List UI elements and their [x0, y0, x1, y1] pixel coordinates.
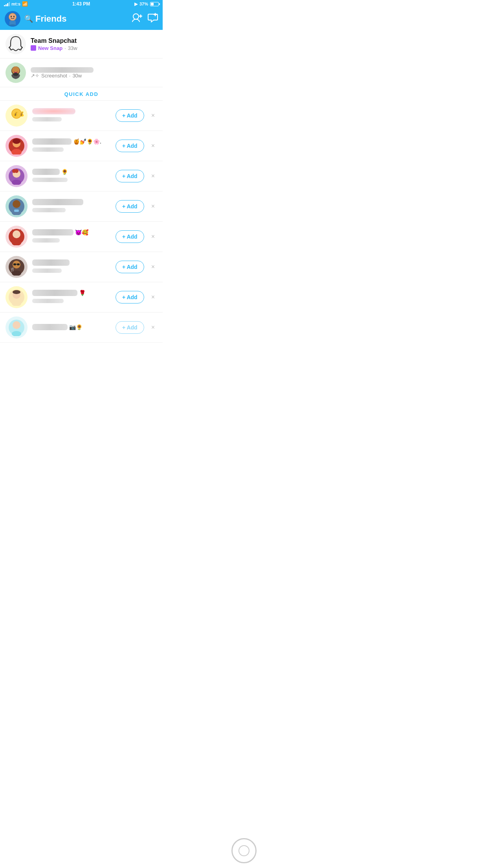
- qa-emojis-5: 😈🥰: [75, 229, 88, 235]
- svg-point-3: [13, 16, 15, 17]
- svg-point-50: [13, 321, 20, 329]
- qa-bitmoji-5: [8, 228, 25, 245]
- qa-dismiss-button-1[interactable]: ×: [149, 110, 157, 121]
- quick-add-item-8: 📷🌻 + Add ×: [0, 313, 163, 343]
- friend-2-bitmoji: [8, 65, 24, 81]
- quick-add-item-1: 💰💰 + Add ×: [0, 101, 163, 131]
- quick-add-item-5: 😈🥰 + Add ×: [0, 222, 163, 252]
- svg-point-48: [13, 290, 20, 294]
- qa-dismiss-button-3[interactable]: ×: [149, 171, 157, 181]
- quick-add-header: QUICK ADD: [0, 87, 163, 101]
- qa-add-button-1[interactable]: + Add: [116, 109, 144, 122]
- qa-add-button-3[interactable]: + Add: [116, 170, 144, 182]
- time-label: 1:43 PM: [72, 1, 90, 7]
- location-icon: ▶: [134, 2, 138, 7]
- qa-name-3-blurred: [32, 169, 60, 175]
- qa-add-button-8[interactable]: + Add: [116, 321, 144, 334]
- add-friend-button[interactable]: [132, 13, 142, 24]
- qa-emojis-3: 🌻: [61, 169, 68, 175]
- qa-emojis-2: 🍯💅🌻🌸.: [73, 138, 101, 145]
- qa-add-button-5[interactable]: + Add: [116, 230, 144, 243]
- svg-text:💰💰: 💰💰: [13, 111, 24, 117]
- team-snapchat-info: Team Snapchat New Snap · 33w: [31, 37, 157, 51]
- screenshot-icon: ↗✧: [31, 73, 39, 79]
- svg-point-22: [13, 138, 20, 144]
- qa-add-button-7[interactable]: + Add: [116, 291, 144, 303]
- friend-2-dot: ·: [69, 73, 71, 79]
- qa-name-row-7: 🌹: [32, 290, 111, 296]
- friend-2-sub: ↗✧ Screenshot · 30w: [31, 73, 157, 79]
- team-snapchat-name: Team Snapchat: [31, 37, 157, 44]
- qa-bitmoji-7: [8, 289, 25, 306]
- quick-add-item-6: 🍴 + Add ×: [0, 252, 163, 282]
- user-avatar[interactable]: [5, 11, 20, 27]
- quick-add-item-4: + Add ×: [0, 191, 163, 222]
- qa-bitmoji-4: [8, 198, 25, 215]
- svg-rect-31: [14, 210, 19, 212]
- qa-name-1-blurred: [32, 108, 75, 114]
- qa-sub-5-blurred: [32, 238, 60, 243]
- qa-dismiss-button-7[interactable]: ×: [149, 292, 157, 302]
- svg-point-2: [11, 16, 12, 17]
- header-actions: [132, 13, 158, 25]
- status-right: ▶ 37%: [134, 2, 159, 7]
- qa-add-button-6[interactable]: + Add: [116, 261, 144, 273]
- qa-add-button-2[interactable]: + Add: [116, 140, 144, 152]
- qa-name-8-blurred: [32, 324, 68, 330]
- status-left: mt:s 📶: [4, 1, 28, 7]
- qa-dismiss-button-4[interactable]: ×: [149, 201, 157, 211]
- qa-name-row-4: [32, 199, 111, 205]
- qa-name-5-blurred: [32, 229, 73, 235]
- svg-point-6: [133, 14, 139, 19]
- qa-avatar-7: [6, 286, 28, 308]
- qa-avatar-6: 🍴: [6, 256, 28, 278]
- qa-bitmoji-8: [8, 319, 25, 336]
- qa-info-4: [32, 199, 111, 214]
- qa-dismiss-button-6[interactable]: ×: [149, 262, 157, 272]
- qa-sub-1-blurred: [32, 117, 62, 121]
- ghost-icon: [8, 36, 23, 52]
- qa-info-7: 🌹: [32, 290, 111, 305]
- qa-name-row-6: [32, 259, 111, 266]
- qa-name-row-1: [32, 108, 111, 114]
- signal-bars: [4, 2, 10, 6]
- qa-info-1: [32, 108, 111, 123]
- qa-info-2: 🍯💅🌻🌸.: [32, 138, 111, 153]
- qa-info-5: 😈🥰: [32, 229, 111, 244]
- qa-bitmoji-6: 🍴: [8, 258, 25, 276]
- qa-bitmoji-3: [8, 167, 25, 185]
- team-snapchat-sub: New Snap · 33w: [31, 45, 157, 51]
- new-snap-time: 33w: [68, 45, 77, 51]
- qa-avatar-1: 💰💰: [6, 105, 28, 127]
- friend-2-row[interactable]: ↗✧ Screenshot · 30w: [0, 59, 163, 87]
- screenshot-label: Screenshot: [41, 73, 67, 79]
- friend-2-name-blurred: [31, 67, 94, 73]
- qa-dismiss-button-5[interactable]: ×: [149, 232, 157, 242]
- svg-point-1: [9, 13, 16, 20]
- qa-info-6: [32, 259, 111, 274]
- add-friend-icon: [132, 13, 142, 22]
- qa-sub-3-blurred: [32, 178, 68, 182]
- new-snap-label: New Snap: [38, 45, 62, 51]
- new-snap-badge: [31, 45, 36, 51]
- qa-bitmoji-2: [8, 137, 25, 154]
- header: 🔍 Friends: [0, 8, 163, 30]
- svg-point-29: [13, 200, 20, 208]
- qa-dismiss-button-2[interactable]: ×: [149, 141, 157, 151]
- qa-name-7-blurred: [32, 290, 77, 296]
- qa-dismiss-button-8[interactable]: ×: [149, 322, 157, 333]
- battery-percent: 37%: [139, 2, 148, 6]
- carrier-label: mt:s: [11, 2, 20, 6]
- new-snap-dot: ·: [64, 45, 66, 51]
- svg-point-15: [13, 73, 18, 76]
- qa-sub-4-blurred: [32, 208, 66, 212]
- qa-add-button-4[interactable]: + Add: [116, 200, 144, 213]
- search-bar[interactable]: 🔍 Friends: [24, 14, 128, 24]
- qa-emojis-8: 📷🌻: [69, 324, 83, 330]
- team-snapchat-row[interactable]: Team Snapchat New Snap · 33w: [0, 30, 163, 59]
- svg-point-26: [15, 169, 18, 173]
- status-bar: mt:s 📶 1:43 PM ▶ 37%: [0, 0, 163, 8]
- wifi-icon: 📶: [22, 1, 28, 7]
- qa-sub-7-blurred: [32, 299, 64, 303]
- new-chat-button[interactable]: [148, 13, 158, 25]
